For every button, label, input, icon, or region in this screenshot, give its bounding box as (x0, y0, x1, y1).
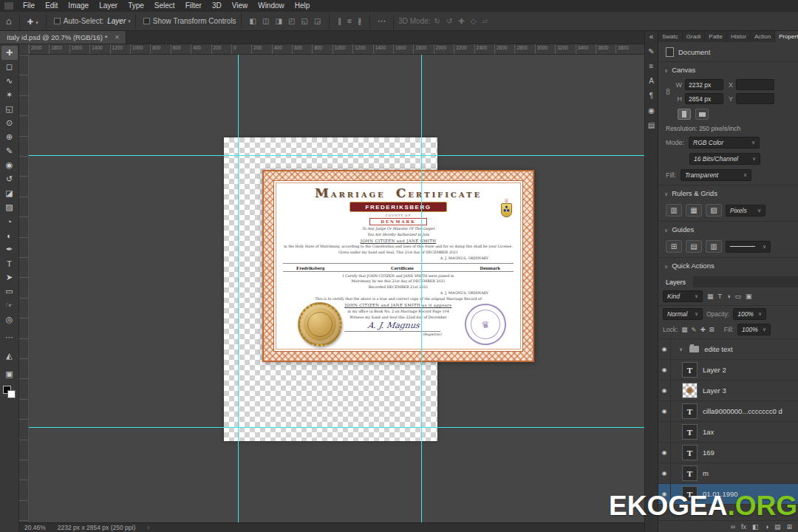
collapse-panels-icon[interactable]: « (649, 33, 654, 41)
eye-icon[interactable]: ◉ (662, 387, 667, 394)
menu-3d[interactable]: 3D (207, 0, 227, 12)
filter-shape-layers-icon[interactable]: ▭ (734, 293, 741, 300)
adjustment-layer-icon[interactable]: ◑ (765, 523, 768, 531)
tab-histor[interactable]: Histor (727, 31, 751, 42)
tab-swatc[interactable]: Swatc (658, 31, 683, 42)
distribute-vertical-icon[interactable]: ≡ (347, 18, 352, 25)
glyphs-panel-icon[interactable]: A (649, 78, 654, 85)
move-tool[interactable]: ✚ (1, 46, 18, 60)
filter-type-layers-icon[interactable]: T (718, 293, 723, 300)
show-transform-checkbox[interactable] (143, 18, 150, 24)
align-right-icon[interactable]: ◨ (276, 18, 282, 25)
menu-window[interactable]: Window (253, 0, 290, 12)
layer-name[interactable]: Layer 2 (703, 366, 726, 374)
link-dimensions-icon[interactable]: 8 (664, 88, 672, 96)
screen-mode-icon[interactable]: ▣ (1, 367, 18, 381)
menu-select[interactable]: Select (149, 0, 180, 12)
canvas-fill-select[interactable]: Transparent (681, 169, 751, 181)
portrait-orientation-button[interactable] (678, 109, 691, 120)
layer-name[interactable]: cilla9000000...ccccccc0 d (703, 407, 782, 415)
color-mode-select[interactable]: RGB Color (689, 137, 760, 149)
tab-patte[interactable]: Patte (705, 31, 727, 42)
3d-rotate-icon[interactable]: ↻ (434, 18, 440, 25)
filter-pixel-layers-icon[interactable]: ▦ (707, 293, 714, 300)
align-center-horizontal-icon[interactable]: ◫ (262, 18, 269, 25)
bit-depth-select[interactable]: 16 Bits/Channel (689, 153, 760, 165)
blur-tool[interactable]: ◔ (1, 214, 18, 228)
menu-filter[interactable]: Filter (180, 0, 207, 12)
healing-brush-tool[interactable]: ⊕ (1, 130, 18, 144)
close-tab-icon[interactable]: × (115, 33, 119, 41)
text-layer-thumbnail[interactable] (682, 403, 698, 419)
horizontal-ruler[interactable]: 2000180016001400120010008006004002000200… (29, 44, 644, 55)
layer-name[interactable]: edite text (704, 345, 733, 353)
y-field[interactable] (736, 93, 774, 104)
guide-horizontal-1[interactable] (29, 155, 644, 156)
visibility-toggle[interactable]: ◉ (658, 339, 671, 359)
menu-help[interactable]: Help (290, 0, 316, 12)
layer-row[interactable]: ◉169 (658, 443, 798, 463)
toggle-grid-button[interactable] (686, 204, 702, 216)
visibility-toggle[interactable]: ◉ (658, 463, 671, 483)
lock-guides-button[interactable] (686, 240, 702, 253)
3d-scale-icon[interactable]: ▱ (482, 18, 488, 25)
height-field[interactable]: 2854 px (685, 93, 723, 104)
visibility-toggle[interactable]: ◉ (658, 381, 671, 400)
text-layer-thumbnail[interactable] (682, 424, 698, 440)
visibility-toggle[interactable]: ◉ (658, 443, 671, 463)
layer-fill-field[interactable]: 100% (737, 324, 771, 335)
guide-vertical-1[interactable] (238, 55, 239, 522)
new-group-icon[interactable]: ▤ (774, 523, 781, 531)
visibility-toggle[interactable] (658, 422, 671, 442)
guide-style-select[interactable] (726, 241, 771, 253)
visibility-toggle[interactable]: ◉ (658, 401, 671, 421)
paragraph-panel-icon[interactable]: ¶ (649, 92, 653, 100)
brush-tool[interactable]: ✎ (1, 144, 18, 158)
link-layers-icon[interactable]: ∞ (731, 523, 735, 531)
ruler-units-select[interactable]: Pixels (726, 205, 765, 216)
menu-view[interactable]: View (227, 0, 253, 12)
text-layer-thumbnail[interactable] (682, 445, 698, 460)
add-layer-mask-icon[interactable]: ◧ (752, 523, 759, 531)
rectangle-tool[interactable]: ▭ (1, 284, 18, 299)
align-bottom-icon[interactable]: ◲ (314, 18, 321, 25)
visibility-toggle[interactable]: ◉ (658, 360, 671, 380)
align-middle-icon[interactable]: ◱ (301, 18, 307, 25)
lock-position-icon[interactable]: ✚ (700, 327, 705, 333)
eraser-tool[interactable]: ◪ (1, 186, 18, 200)
clone-source-icon[interactable]: ◉ (648, 107, 655, 115)
menu-layer[interactable]: Layer (94, 0, 123, 12)
toggle-rulers-button[interactable] (666, 204, 682, 216)
menu-edit[interactable]: Edit (40, 0, 63, 12)
move-tool-preset-icon[interactable] (24, 17, 41, 26)
new-guide-layout-button[interactable] (666, 240, 682, 253)
x-field[interactable] (736, 79, 774, 90)
edit-toolbar-icon[interactable]: ⋯ (1, 330, 18, 344)
magic-wand-tool[interactable]: ✶ (1, 88, 18, 102)
pen-tool[interactable]: ✒ (1, 242, 18, 256)
document-tab[interactable]: Italy id.psd @ 20.7% (RGB/16) * × (0, 31, 126, 44)
filter-kind-select[interactable]: Kind (663, 290, 703, 302)
rectangular-marquee-tool[interactable]: ◻ (1, 60, 18, 74)
eye-icon[interactable]: ◉ (662, 470, 667, 477)
distribute-gaps-icon[interactable]: ∦ (358, 18, 361, 25)
3d-roll-icon[interactable]: ↺ (446, 18, 452, 25)
menu-file[interactable]: File (18, 0, 40, 12)
layer-name[interactable]: Layer 3 (703, 386, 726, 395)
align-left-icon[interactable]: ◧ (250, 18, 256, 25)
3d-slide-icon[interactable]: ◇ (471, 18, 477, 25)
3d-drag-icon[interactable]: ✚ (458, 18, 464, 25)
filter-adjustment-layers-icon[interactable]: ◑ (726, 293, 730, 300)
gradient-tool[interactable]: ▨ (1, 200, 18, 214)
eye-icon[interactable]: ◉ (662, 449, 667, 456)
tab-gradi[interactable]: Gradi (683, 31, 706, 42)
layer-thumbnail[interactable] (682, 383, 698, 398)
layer-row[interactable]: ◉∨edite text (658, 339, 798, 360)
width-field[interactable]: 2232 px (685, 79, 723, 90)
canvas-viewport[interactable]: MARRIAGECERTIFICATE FREDERIKSBERG COUNTY… (29, 55, 644, 522)
new-layer-icon[interactable]: ⊞ (787, 523, 793, 531)
filter-smart-objects-icon[interactable]: ▣ (746, 293, 752, 300)
eye-icon[interactable]: ◉ (662, 366, 667, 373)
quick-actions-section-header[interactable]: Quick Actions (658, 257, 798, 273)
align-top-icon[interactable]: ◰ (288, 18, 295, 25)
